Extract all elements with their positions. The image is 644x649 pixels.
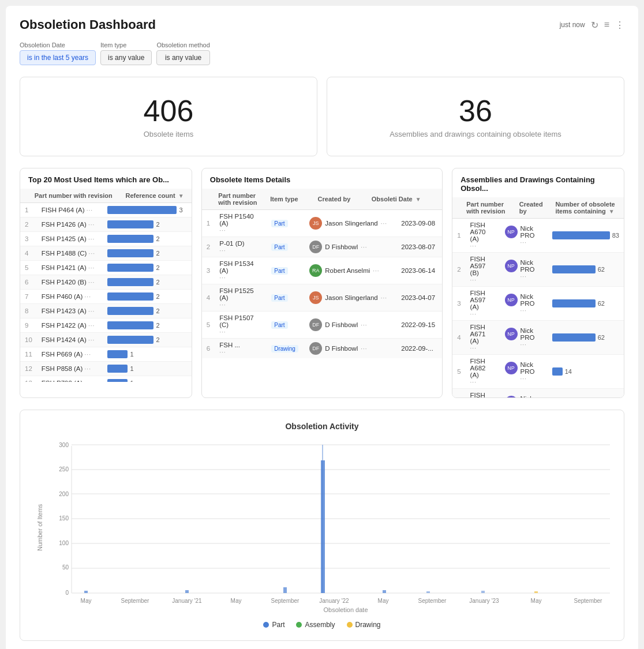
table-row: 5 FISH A682 (A)··· NP Nick PRO ··· 14 (452, 355, 624, 389)
count-cell: 1 (103, 376, 191, 382)
avatar: DF (309, 318, 322, 331)
row-num: 2 (20, 217, 37, 232)
top20-table: Part number with revision Reference coun… (20, 189, 192, 203)
svg-text:May: May (81, 598, 92, 604)
table-row: 4 FSH P1525 (A)··· Part JS Jason Slinger… (202, 284, 442, 312)
creator-name: Nick PRO (521, 327, 540, 341)
row-num: 13 (20, 376, 37, 382)
part-cell: FISH P464 (A) ··· (37, 203, 103, 217)
svg-text:200: 200 (59, 491, 69, 497)
count-cell: 3 (103, 203, 191, 217)
top20-data-table: 1 FISH P464 (A) ··· 3 2 FSH P1426 (A) ··… (20, 203, 192, 382)
assemblies-scroll[interactable]: 1 FISH A670 (A)··· NP Nick PRO ··· 83 2 … (452, 219, 624, 397)
legend-assembly-label: Assembly (305, 621, 335, 629)
svg-text:January '21: January '21 (172, 598, 202, 604)
chart-legend: Part Assembly Drawing (34, 621, 610, 629)
creator-cell: DF D Fishbowl ··· (305, 312, 396, 339)
obsolete-items-card: 406 Obsolete items (20, 77, 317, 156)
row-num: 1 (20, 203, 37, 217)
part-cell: FSH P1507 (C)··· (215, 312, 267, 339)
obsoletion-method-button[interactable]: is any value (156, 50, 209, 65)
row-num: 5 (202, 312, 215, 339)
filter-icon[interactable]: ≡ (604, 20, 609, 30)
assembly-dot (296, 622, 302, 628)
part-cell: FISH A671 (A)··· (466, 321, 500, 355)
date-cell: 2023-09-08 (396, 210, 442, 237)
table-row: 13 FSH P792 (A) ··· 1 (20, 376, 192, 382)
more-icon[interactable]: ⋮ (615, 20, 624, 31)
avatar: JS (309, 291, 322, 304)
row-num: 1 (202, 210, 215, 237)
count-cell: 2 (103, 333, 191, 347)
assemblies-label: Assemblies and drawings containing obsol… (339, 130, 612, 138)
creator-cell: NP Nick PRO ··· (500, 219, 548, 253)
creator-cell: NP Nick PRO ··· (500, 389, 548, 398)
creator-cell: NP Nick PRO ··· (500, 287, 548, 321)
table-row: 2 FSH P1426 (A) ··· 2 (20, 217, 192, 232)
sort-icon[interactable]: ▼ (178, 193, 184, 199)
avatar: RA (309, 264, 322, 277)
type-cell: Part (267, 257, 305, 284)
svg-rect-33 (426, 591, 430, 593)
assemblies-data-table: 1 FISH A670 (A)··· NP Nick PRO ··· 83 2 … (452, 219, 624, 397)
row-num: 7 (20, 290, 37, 304)
details-data-table: 1 FSH P1540 (A)··· Part JS Jason Slinger… (202, 210, 442, 358)
row-num: 3 (452, 287, 465, 321)
header-actions: just now ↻ ≡ ⋮ (560, 20, 624, 31)
count-cell: 62 (548, 287, 624, 321)
item-type-button[interactable]: is any value (100, 50, 152, 65)
details-header-table: Part number with revision Item type Crea… (202, 189, 442, 210)
activity-chart-card: Obsoletion Activity Number of Items 0 50… (20, 410, 624, 641)
svg-rect-28 (84, 591, 88, 593)
table-row: 4 FSH P1488 (C) ··· 2 (20, 246, 192, 261)
svg-text:September: September (121, 598, 150, 604)
avatar: NP (505, 260, 518, 272)
avatar: NP (505, 396, 518, 397)
top20-col-part: Part number with revision (30, 189, 121, 203)
date-sort-icon[interactable]: ▼ (415, 196, 421, 202)
svg-rect-35 (534, 591, 538, 593)
assemblies-table-card: Assemblies and Drawings Containing Obsol… (452, 168, 624, 398)
type-cell: Part (267, 312, 305, 339)
count-cell: 62 (548, 253, 624, 287)
creator-cell: NP Nick PRO ··· (500, 321, 548, 355)
date-cell: 2022-09-15 (396, 312, 442, 339)
creator-name: Nick PRO (521, 259, 540, 273)
top20-scroll[interactable]: 1 FISH P464 (A) ··· 3 2 FSH P1426 (A) ··… (20, 203, 192, 382)
details-scroll[interactable]: 1 FSH P1540 (A)··· Part JS Jason Slinger… (202, 210, 442, 358)
assemblies-count: 36 (339, 95, 612, 127)
creator-name: Robert Anselmi (325, 267, 370, 274)
type-cell: Part (267, 210, 305, 237)
svg-text:September: September (574, 598, 603, 604)
chart-title: Obsoletion Activity (34, 422, 610, 431)
svg-rect-31 (321, 460, 325, 593)
table-row: 9 FSH P1422 (A) ··· 2 (20, 318, 192, 333)
part-cell: FSH P1421 (A) ··· (37, 261, 103, 275)
creator-name: Nick PRO (521, 395, 540, 397)
count-cell: 2 (103, 232, 191, 246)
legend-assembly: Assembly (296, 621, 335, 629)
date-cell: 2022-09-... (396, 339, 442, 359)
count-cell: 2 (103, 261, 191, 275)
part-cell: FSH P858 (A) ··· (37, 362, 103, 376)
obsoletion-date-button[interactable]: is in the last 5 years (20, 50, 96, 65)
legend-drawing: Drawing (347, 621, 381, 629)
detail-col-date: Obsoleti Date ▼ (367, 189, 442, 210)
creator-name: Nick PRO (521, 225, 540, 239)
assemblies-header-table: Part number with revision Created by Num… (452, 197, 624, 219)
creator-cell: JS Jason Slingerland ··· (305, 210, 396, 237)
asm-sort-icon[interactable]: ▼ (609, 208, 615, 215)
timestamp: just now (560, 21, 585, 29)
row-num: 4 (452, 321, 465, 355)
row-num: 5 (20, 261, 37, 275)
top20-card: Top 20 Most Used Items which are Ob... P… (20, 168, 192, 398)
refresh-icon[interactable]: ↻ (591, 20, 598, 31)
table-row: 5 FSH P1507 (C)··· Part DF D Fishbowl ··… (202, 312, 442, 339)
creator-name: D Fishbowl (325, 345, 358, 352)
table-row: 10 FSH P1424 (A) ··· 2 (20, 333, 192, 347)
count-cell: 11 (548, 389, 624, 398)
svg-text:January '23: January '23 (469, 598, 499, 604)
table-row: 1 FSH P1540 (A)··· Part JS Jason Slinger… (202, 210, 442, 237)
creator-cell: DF D Fishbowl ··· (305, 237, 396, 257)
obsoletion-method-label: Obsoletion method (156, 42, 209, 48)
